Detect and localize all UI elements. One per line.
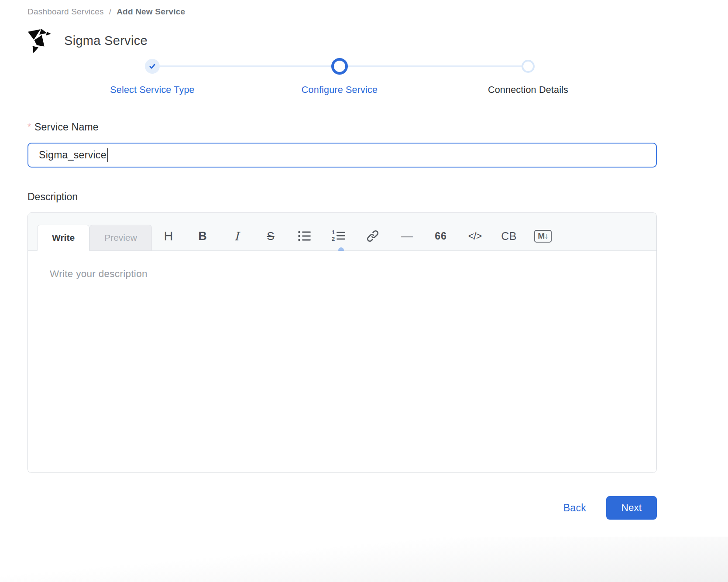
link-button[interactable] (364, 227, 381, 245)
origami-bird-logo-icon (27, 28, 51, 53)
bold-button[interactable]: B (194, 227, 211, 245)
heading-icon: H (164, 229, 173, 243)
tab-preview[interactable]: Preview (89, 225, 152, 250)
title-row: Sigma Service (27, 28, 657, 53)
strikethrough-icon: S (267, 229, 274, 243)
breadcrumb-current: Add New Service (117, 7, 185, 17)
editor-toolbar: H B I S 1 (160, 226, 552, 246)
step-2-circle-active[interactable] (331, 58, 348, 75)
add-new-service-page: Dashboard Services / Add New Service Sig… (0, 0, 728, 582)
page-title: Sigma Service (64, 34, 148, 48)
markdown-icon: M↓ (534, 230, 551, 243)
svg-text:1: 1 (332, 230, 335, 236)
breadcrumb-dashboard-services[interactable]: Dashboard Services (27, 7, 104, 17)
check-icon (148, 62, 156, 70)
wizard-stepper: Select Service Type Configure Service Co… (27, 58, 657, 104)
editor-header: Write Preview H B I S (28, 213, 656, 251)
text-caret (107, 148, 108, 162)
horizontal-rule-icon: — (401, 229, 412, 243)
breadcrumb-separator: / (109, 7, 111, 17)
italic-button[interactable]: I (228, 227, 245, 245)
description-label: Description (27, 191, 657, 203)
step-3-circle-upcoming[interactable] (522, 60, 535, 73)
tab-write[interactable]: Write (37, 225, 89, 251)
description-editor: Write Preview H B I S (27, 212, 657, 473)
service-name-label: Service Name (34, 121, 99, 133)
step-label-select-service-type[interactable]: Select Service Type (110, 85, 194, 96)
quote-icon: 66 (435, 230, 447, 242)
required-marker: * (27, 122, 31, 131)
back-button[interactable]: Back (563, 502, 586, 514)
breadcrumb: Dashboard Services / Add New Service (27, 0, 657, 17)
ordered-list-icon: 1 2 (332, 230, 346, 242)
code-icon: </> (468, 230, 481, 242)
ordered-list-button[interactable]: 1 2 (330, 227, 347, 245)
italic-icon: I (234, 229, 239, 243)
step-label-connection-details[interactable]: Connection Details (488, 85, 568, 96)
code-block-icon: CB (501, 230, 517, 243)
step-1-circle-completed[interactable] (145, 59, 160, 74)
footer-actions: Back Next (27, 496, 657, 520)
editor-tabs: Write Preview (37, 225, 152, 250)
code-block-button[interactable]: CB (500, 227, 518, 245)
service-name-value: Sigma_service (39, 149, 106, 161)
link-icon (366, 229, 379, 243)
unordered-list-button[interactable] (296, 227, 313, 245)
horizontal-rule-button[interactable]: — (398, 227, 416, 245)
markdown-mode-button[interactable]: M↓ (534, 227, 552, 245)
code-button[interactable]: </> (466, 227, 484, 245)
quote-button[interactable]: 66 (432, 227, 450, 245)
next-button[interactable]: Next (606, 496, 657, 520)
svg-text:2: 2 (332, 236, 335, 242)
service-name-label-row: *Service Name (27, 121, 657, 133)
description-textarea[interactable]: Write your description (28, 251, 656, 473)
bold-icon: B (198, 229, 207, 243)
unordered-list-icon (298, 230, 312, 242)
heading-button[interactable]: H (160, 227, 177, 245)
description-placeholder: Write your description (50, 268, 635, 280)
step-label-configure-service[interactable]: Configure Service (302, 85, 378, 96)
strikethrough-button[interactable]: S (262, 227, 279, 245)
service-name-input[interactable]: Sigma_service (27, 143, 657, 168)
